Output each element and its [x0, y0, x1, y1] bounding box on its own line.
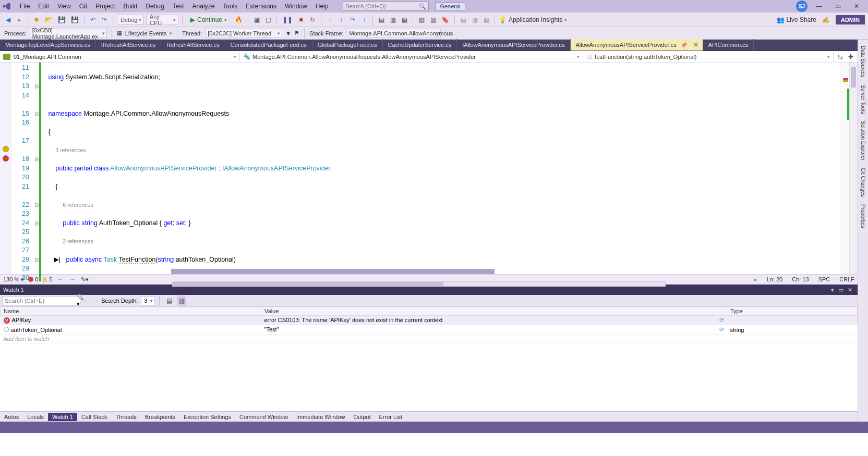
document-tab[interactable]: GlobalPackageFeed.cs [312, 39, 383, 51]
live-share-button[interactable]: 👥 Live Share [777, 16, 816, 23]
pin-icon[interactable]: 📌 [681, 42, 687, 48]
close-tab-icon[interactable]: ✕ [691, 41, 701, 48]
watch-col-value[interactable]: Value [261, 307, 727, 316]
split-vertical-icon[interactable]: ⇆ [836, 52, 845, 62]
bottom-tab-error-list[interactable]: Error List [375, 413, 407, 421]
toolbar-icon-a[interactable]: ▤ [377, 15, 386, 25]
toolbar-icon-g[interactable]: ▥ [470, 15, 479, 25]
step-snapshot-icon[interactable]: ▦ [252, 15, 261, 25]
menu-edit[interactable]: Edit [34, 1, 53, 11]
bottom-tab-command-window[interactable]: Command Window [235, 413, 292, 421]
panel-close-icon[interactable]: ✕ [846, 287, 854, 293]
watch-search-input[interactable] [5, 298, 77, 304]
menu-extensions[interactable]: Extensions [242, 1, 281, 11]
menu-git[interactable]: Git [75, 1, 91, 11]
search-prev-icon[interactable]: ← [83, 298, 89, 304]
breakpoint-icon[interactable] [3, 155, 9, 162]
menu-view[interactable]: View [53, 1, 75, 11]
stack-frame-dropdown[interactable]: Montage.API.Common.AllowAnonymous [347, 29, 441, 38]
overview-ruler[interactable] [840, 63, 849, 274]
thread-flag-icon[interactable]: ⚑ [294, 30, 299, 36]
document-tab[interactable]: IAllowAnonymousAPIServiceProvider.cs [457, 39, 570, 51]
document-tab[interactable]: APICommon.cs [703, 39, 754, 51]
code-area[interactable]: using System.Web.Script.Serialization; n… [41, 63, 840, 274]
step-over-icon[interactable]: ↷ [348, 15, 357, 25]
menu-test[interactable]: Test [168, 1, 188, 11]
split-add-icon[interactable]: ✚ [846, 52, 855, 62]
document-tab[interactable]: RefreshAllService.cs [161, 39, 225, 51]
pause-icon[interactable]: ❚❚ [281, 15, 294, 25]
redo-icon[interactable]: ↷ [100, 15, 109, 25]
feedback-icon[interactable]: ✍ [821, 15, 831, 25]
stop-icon[interactable]: ■ [296, 15, 306, 25]
process-dropdown[interactable]: [0xCB8] Montage.LauncherApp.ex [30, 29, 107, 38]
pen-icon[interactable]: ✎▾ [81, 276, 89, 283]
menu-tools[interactable]: Tools [219, 1, 242, 11]
continue-button[interactable]: ▶ Continue ▾ [186, 15, 231, 25]
menu-analyze[interactable]: Analyze [188, 1, 219, 11]
nav-next-icon[interactable]: → [69, 276, 77, 282]
editor-horizontal-scrollbar[interactable] [172, 281, 666, 287]
step-into-icon[interactable]: ↓ [336, 15, 346, 25]
thread-filter-icon[interactable]: ▼ [285, 30, 291, 36]
nav-fwd-icon[interactable]: ▸ [15, 15, 24, 25]
project-dropdown[interactable]: 01_Montage.API.Common [0, 51, 240, 62]
indent-mode[interactable]: SPC [818, 276, 830, 283]
warning-count[interactable]: ⚠5 [42, 276, 52, 283]
hot-reload-icon[interactable]: 🔥 [233, 15, 244, 25]
refresh-icon[interactable]: ⟳ [719, 317, 724, 324]
bottom-tab-locals[interactable]: Locals [23, 413, 48, 421]
fold-gutter[interactable]: ⊟ ⊟ ⊟ ⊟ ⊟ ⊟ [32, 63, 41, 274]
toolbar-icon-d[interactable]: ▧ [417, 15, 426, 25]
undo-icon[interactable]: ↶ [88, 15, 98, 25]
close-icon[interactable]: ✕ [849, 2, 864, 11]
step-out-icon[interactable]: ↑ [359, 15, 369, 25]
side-tab-solution-explorer[interactable]: Solution Explorer [860, 118, 866, 164]
menu-debug[interactable]: Debug [141, 1, 168, 11]
watch-filter-icon[interactable]: ▤ [164, 295, 174, 306]
bottom-tab-callstack[interactable]: Call Stack [77, 413, 112, 421]
step-screenshot-icon[interactable]: ▢ [263, 15, 273, 25]
line-endings[interactable]: CRLF [839, 276, 854, 283]
document-tab[interactable]: ConsolidatedPackageFeed.cs [225, 39, 312, 51]
bottom-tab-autos[interactable]: Autos [0, 413, 23, 421]
toolbar-icon-h[interactable]: ▦ [481, 15, 491, 25]
watch-grid[interactable]: Name Value Type ✕APIKey error CS0103: Th… [0, 306, 858, 411]
watch-col-name[interactable]: Name [1, 307, 261, 316]
member-dropdown[interactable]: ◫ TestFunction(string authToken_Optional… [583, 51, 834, 62]
menu-file[interactable]: File [16, 1, 34, 11]
lifecycle-icon[interactable]: ▦ [117, 30, 122, 36]
search-depth-dropdown[interactable]: 3 [141, 296, 154, 305]
watch-row[interactable]: authToken_Optional "Test"⟳ string [1, 325, 858, 335]
toolbar-icon-f[interactable]: ▤ [459, 15, 468, 25]
document-tab[interactable]: IRefreshAllService.cs [96, 39, 162, 51]
app-insights-dropdown[interactable]: 💡 Application Insights ▾ [499, 16, 567, 23]
save-icon[interactable]: 💾 [56, 15, 67, 25]
horizontal-scrollbar[interactable] [171, 269, 495, 274]
maximize-icon[interactable]: ▭ [830, 2, 845, 11]
watch-search[interactable]: 🔍▾ [2, 296, 80, 305]
code-editor[interactable]: 11121314 1516 17 18192021 22232425262728… [0, 63, 858, 274]
document-tab[interactable]: MontageTopLevelAppServices.cs [0, 39, 96, 51]
panel-maximize-icon[interactable]: ▭ [836, 287, 846, 293]
profile-dropdown[interactable]: General [435, 2, 465, 10]
search-next-icon[interactable]: → [92, 298, 98, 304]
bottom-tab-immediate[interactable]: Immediate Window [292, 413, 349, 421]
watch-add-row[interactable]: Add item to watch [1, 335, 858, 343]
show-next-statement-icon[interactable]: → [325, 15, 334, 25]
side-tab-server-tools[interactable]: Server Tools [860, 82, 866, 117]
menu-build[interactable]: Build [119, 1, 142, 11]
bottom-tab-output[interactable]: Output [349, 413, 375, 421]
configuration-dropdown[interactable]: Debug [117, 15, 144, 25]
breakpoint-current-icon[interactable] [3, 146, 9, 152]
panel-dropdown-icon[interactable]: ▾ [829, 287, 836, 293]
menu-window[interactable]: Window [281, 1, 311, 11]
save-all-icon[interactable]: 💾 [69, 15, 80, 25]
side-tab-data-sources[interactable]: Data Sources [860, 43, 866, 81]
watch-col-type[interactable]: Type [727, 307, 858, 316]
thread-dropdown[interactable]: [0x2C3C] Worker Thread [205, 29, 282, 38]
nav-back-icon[interactable]: ◀ [3, 15, 13, 25]
toolbar-icon-b[interactable]: ▥ [388, 15, 397, 25]
open-icon[interactable]: 📂 [43, 15, 54, 25]
toolbar-icon-e[interactable]: ▨ [428, 15, 438, 25]
